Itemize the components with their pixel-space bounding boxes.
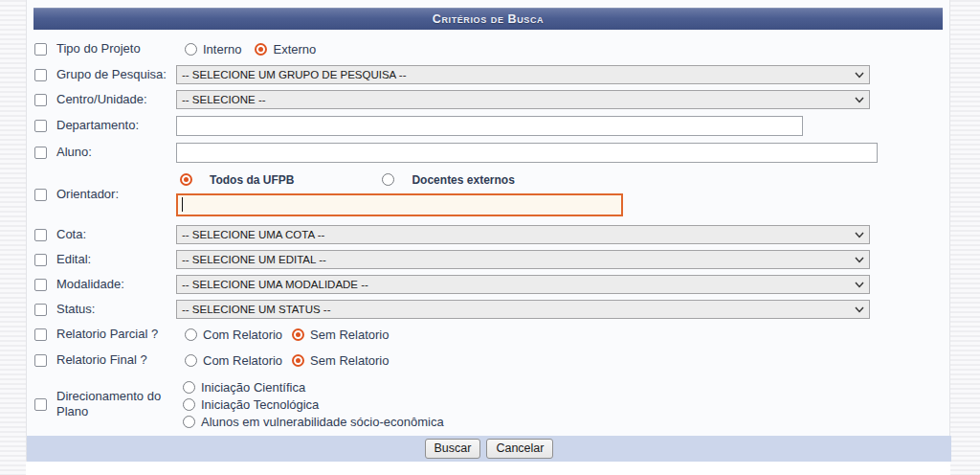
relatorio-parcial-com-label: Com Relatorio [203, 328, 282, 342]
tipo-projeto-interno-label: Interno [203, 42, 241, 57]
modalidade-label: Modalidade: [56, 277, 124, 292]
centro-unidade-select-value: -- SELECIONE -- [182, 94, 266, 105]
search-form-panel: Critérios de Busca Tipo do Projeto Inter… [26, 0, 950, 462]
tipo-projeto-label: Tipo do Projeto [56, 41, 141, 57]
centro-unidade-checkbox[interactable] [34, 94, 47, 106]
relatorio-final-checkbox[interactable] [34, 354, 47, 367]
direcionamento-iniciacao-tecnologica-radio[interactable] [183, 398, 195, 411]
orientador-checkbox[interactable] [34, 189, 47, 201]
cota-select-value: -- SELECIONE UMA COTA -- [182, 229, 324, 240]
cancelar-button[interactable]: Cancelar [486, 439, 553, 459]
aluno-checkbox[interactable] [34, 147, 47, 159]
row-modalidade: Modalidade: -- SELECIONE UMA MODALIDADE … [27, 272, 949, 297]
status-checkbox[interactable] [34, 304, 47, 316]
chevron-down-icon [855, 72, 864, 79]
tipo-projeto-externo-radio[interactable] [255, 43, 267, 56]
departamento-checkbox[interactable] [34, 120, 47, 132]
form-footer: Buscar Cancelar [27, 436, 951, 462]
row-aluno: Aluno: [27, 139, 949, 167]
edital-select[interactable]: -- SELECIONE UM EDITAL -- [176, 250, 870, 269]
grupo-pesquisa-checkbox[interactable] [34, 69, 47, 81]
relatorio-parcial-com-radio[interactable] [185, 328, 197, 341]
row-status: Status: -- SELECIONE UM STATUS -- [27, 297, 949, 322]
row-departamento: Departamento: [27, 112, 949, 139]
cota-select[interactable]: -- SELECIONE UMA COTA -- [176, 225, 870, 244]
tipo-projeto-checkbox[interactable] [34, 43, 47, 56]
chevron-down-icon [855, 232, 864, 238]
row-relatorio-parcial: Relatorio Parcial ? Com Relatorio Sem Re… [27, 322, 949, 348]
grupo-pesquisa-select[interactable]: -- SELECIONE UM GRUPO DE PESQUISA -- [176, 65, 870, 84]
direcionamento-vulnerabilidade-label: Alunos em vulnerabilidade sócio-econômic… [201, 415, 444, 429]
status-label: Status: [56, 302, 95, 317]
centro-unidade-label: Centro/Unidade: [56, 92, 147, 107]
row-relatorio-final: Relatorio Final ? Com Relatorio Sem Rela… [27, 348, 949, 373]
departamento-input[interactable] [176, 116, 803, 136]
form-header: Critérios de Busca [33, 8, 943, 30]
modalidade-select[interactable]: -- SELECIONE UMA MODALIDADE -- [176, 275, 870, 294]
tipo-projeto-externo-label: Externo [273, 42, 316, 57]
grupo-pesquisa-select-value: -- SELECIONE UM GRUPO DE PESQUISA -- [182, 69, 407, 80]
centro-unidade-select[interactable]: -- SELECIONE -- [176, 90, 870, 109]
row-edital: Edital: -- SELECIONE UM EDITAL -- [27, 247, 949, 272]
relatorio-parcial-label: Relatorio Parcial ? [56, 327, 158, 342]
relatorio-final-label: Relatorio Final ? [56, 352, 147, 368]
modalidade-select-value: -- SELECIONE UMA MODALIDADE -- [182, 279, 368, 290]
relatorio-final-sem-label: Sem Relatorio [310, 353, 389, 368]
grupo-pesquisa-label: Grupo de Pesquisa: [56, 67, 167, 82]
direcionamento-iniciacao-cientifica-label: Iniciação Científica [201, 380, 305, 395]
orientador-input[interactable] [176, 193, 623, 216]
direcionamento-vulnerabilidade-radio[interactable] [183, 416, 195, 428]
chevron-down-icon [855, 306, 864, 313]
relatorio-parcial-sem-radio[interactable] [292, 328, 304, 341]
tipo-projeto-interno-radio[interactable] [185, 43, 197, 56]
row-orientador: Orientador: Todos da UFPB Docentes exter… [27, 167, 949, 222]
chevron-down-icon [855, 257, 864, 263]
orientador-docentes-externos-radio[interactable] [382, 173, 394, 186]
buscar-button[interactable]: Buscar [425, 439, 481, 459]
edital-label: Edital: [56, 252, 91, 267]
content-panel: Critérios de Busca Tipo do Projeto Inter… [26, 0, 950, 475]
search-criteria-form: Tipo do Projeto Interno Externo [27, 30, 949, 435]
status-select-value: -- SELECIONE UM STATUS -- [182, 304, 330, 315]
text-cursor [182, 197, 183, 212]
relatorio-parcial-checkbox[interactable] [34, 328, 47, 341]
aluno-label: Aluno: [56, 145, 92, 160]
aluno-input[interactable] [176, 143, 878, 163]
chevron-down-icon [855, 282, 864, 288]
edital-checkbox[interactable] [34, 254, 47, 266]
orientador-todos-ufpb-label: Todos da UFPB [210, 173, 294, 187]
orientador-docentes-externos-label: Docentes externos [412, 173, 514, 187]
row-grupo-pesquisa: Grupo de Pesquisa: -- SELECIONE UM GRUPO… [27, 62, 949, 87]
row-tipo-projeto: Tipo do Projeto Interno Externo [27, 35, 949, 62]
direcionamento-iniciacao-tecnologica-label: Iniciação Tecnológica [201, 397, 319, 412]
direcionamento-plano-label: Direcionamento do Plano [56, 389, 162, 420]
cota-checkbox[interactable] [34, 229, 47, 241]
relatorio-parcial-sem-label: Sem Relatorio [310, 328, 389, 342]
page-title: Critérios de Busca [433, 12, 544, 26]
orientador-label: Orientador: [56, 187, 119, 202]
row-centro-unidade: Centro/Unidade: -- SELECIONE -- [27, 87, 949, 112]
departamento-label: Departamento: [56, 118, 139, 133]
relatorio-final-sem-radio[interactable] [292, 354, 304, 367]
status-select[interactable]: -- SELECIONE UM STATUS -- [176, 300, 870, 319]
row-direcionamento-plano: Direcionamento do Plano Iniciação Cientí… [27, 373, 949, 435]
direcionamento-plano-checkbox[interactable] [34, 398, 47, 411]
orientador-todos-ufpb-radio[interactable] [180, 173, 192, 186]
chevron-down-icon [855, 97, 864, 103]
modalidade-checkbox[interactable] [34, 279, 47, 291]
direcionamento-iniciacao-cientifica-radio[interactable] [183, 381, 195, 394]
row-cota: Cota: -- SELECIONE UMA COTA -- [27, 222, 949, 247]
edital-select-value: -- SELECIONE UM EDITAL -- [182, 254, 326, 265]
relatorio-final-com-radio[interactable] [185, 354, 197, 367]
cota-label: Cota: [56, 227, 86, 242]
relatorio-final-com-label: Com Relatorio [203, 353, 282, 368]
